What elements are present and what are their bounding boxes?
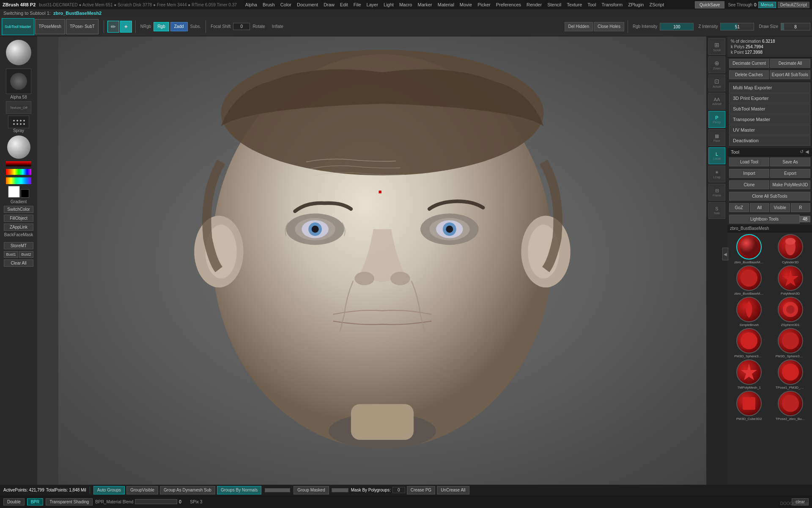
tool-refresh-icon[interactable]: ↺ xyxy=(800,149,804,155)
texture-preview[interactable]: Texture_Off xyxy=(6,101,31,114)
edit-button[interactable]: ✏ xyxy=(107,21,119,33)
zadd-button[interactable]: Zadd xyxy=(170,22,188,31)
del-hidden-button[interactable]: Del Hidden xyxy=(565,22,593,31)
floor-icon[interactable]: ▦ Floor xyxy=(708,129,725,146)
menu-stencil[interactable]: Stencil xyxy=(545,1,564,8)
subtool-item-9[interactable]: TMPolyMesh_1 xyxy=(729,359,769,389)
deactivation-button[interactable]: Deactivation xyxy=(729,135,810,146)
menu-preferences[interactable]: Preferences xyxy=(494,1,524,8)
clone-button[interactable]: Clone xyxy=(729,180,769,189)
scroll-icon[interactable]: ⊞ Scroll xyxy=(708,38,725,55)
load-tool-button[interactable]: Load Tool xyxy=(729,157,769,166)
decimate-current-button[interactable]: Decimate Current xyxy=(729,59,769,68)
transparent-shading-button[interactable]: Transparent Shading xyxy=(46,498,93,505)
subtool-item-12[interactable]: TPose2_zbro_Bust0 xyxy=(771,391,811,421)
subtool-item-7[interactable]: PM3D_Sphere3D_2 xyxy=(729,328,769,358)
frame-icon[interactable]: ⊟ Frame xyxy=(708,184,725,201)
bpr-button[interactable]: BPR xyxy=(27,498,44,505)
menu-transform[interactable]: Transform xyxy=(599,1,625,8)
export-button[interactable]: Export xyxy=(770,169,810,178)
menu-tool[interactable]: Tool xyxy=(585,1,598,8)
menu-macro[interactable]: Macro xyxy=(397,1,415,8)
z-intensity-slider[interactable]: 51 xyxy=(720,23,754,30)
menu-brush[interactable]: Brush xyxy=(260,1,277,8)
groups-slider[interactable] xyxy=(265,488,290,492)
make-polymesh-button[interactable]: Make PolyMesh3D xyxy=(770,180,810,189)
double-button[interactable]: Double xyxy=(3,498,25,505)
subtool-master-plugin-button[interactable]: SubTool Master xyxy=(729,104,810,114)
mask-by-polygroups-input[interactable] xyxy=(392,487,405,493)
subtool-item-4[interactable]: PolyMesh3D xyxy=(771,265,811,295)
draw-size-slider[interactable]: 8 xyxy=(781,23,810,30)
quicksave-button[interactable]: QuickSave xyxy=(695,1,724,8)
tool-collapse-icon[interactable]: ◀ xyxy=(805,149,809,155)
menu-picker[interactable]: Picker xyxy=(475,1,493,8)
menu-material[interactable]: Material xyxy=(435,1,457,8)
aahalf-icon[interactable]: AA AAHalf xyxy=(708,93,725,110)
subtool-item-8[interactable]: PM3D_Sphere3D_3 xyxy=(771,328,811,358)
subtool-item-3[interactable]: zbro_BustBaseMesh xyxy=(729,265,769,295)
color-bar-gradient[interactable] xyxy=(6,169,31,175)
menu-layer[interactable]: Layer xyxy=(364,1,381,8)
goz-button[interactable]: GoZ xyxy=(729,203,749,212)
default-zscript-button[interactable]: DefaultZScript xyxy=(778,2,809,8)
bpr-material-blend-slider[interactable] xyxy=(135,499,177,504)
group-masked-button[interactable]: Group Masked xyxy=(294,486,329,494)
intensity-slider[interactable]: 100 xyxy=(660,23,694,30)
bust2-button[interactable]: Bust2 xyxy=(19,251,33,258)
subtool-item-5[interactable]: SimpleBrush xyxy=(729,297,769,327)
store-mt-button[interactable]: StoreMT xyxy=(4,242,33,249)
subtool-item-10[interactable]: TPose1_PM3D_Sphe xyxy=(771,359,811,389)
subtool-item-6[interactable]: ZSphere301 xyxy=(771,297,811,327)
main-viewport[interactable] xyxy=(58,36,706,485)
solo-icon[interactable]: S Solo xyxy=(708,202,725,219)
menu-file[interactable]: File xyxy=(351,1,364,8)
groups-by-normals-button[interactable]: Groups By Normals xyxy=(217,486,261,494)
lightbox-row[interactable]: Lightbox› Tools 48 xyxy=(727,213,812,225)
print-exporter-button[interactable]: 3D Print Exporter xyxy=(729,93,810,103)
alpha-preview[interactable] xyxy=(6,69,31,94)
group-as-dynamesh-sub-button[interactable]: Group As Dynamesh Sub xyxy=(160,486,215,494)
menu-color[interactable]: Color xyxy=(278,1,294,8)
multi-map-exporter-button[interactable]: Multi Map Exporter xyxy=(729,83,810,93)
subtool-item-2[interactable]: Cylinder3D xyxy=(771,234,811,264)
stroke-preview[interactable] xyxy=(8,116,29,128)
crease-pg-button[interactable]: Crease PG xyxy=(407,486,435,494)
bust1-button[interactable]: Bust1 xyxy=(4,251,18,258)
menu-texture[interactable]: Texture xyxy=(564,1,584,8)
actual-icon[interactable]: ⊡ Actual xyxy=(708,75,725,91)
color-ramp-red[interactable] xyxy=(6,161,31,166)
subtool-item-11[interactable]: PM3D_Cube3D2 xyxy=(729,391,769,421)
background-color[interactable] xyxy=(21,189,29,198)
menu-edit[interactable]: Edit xyxy=(337,1,351,8)
menu-zplugin[interactable]: ZPlugin xyxy=(625,1,646,8)
material-preview-sphere[interactable] xyxy=(6,40,31,65)
transpose-master-button[interactable]: Transpose Master xyxy=(729,114,810,124)
all-button[interactable]: All xyxy=(750,203,770,212)
uv-master-button[interactable]: UV Master xyxy=(729,125,810,135)
menu-render[interactable]: Render xyxy=(524,1,544,8)
clear-all-button[interactable]: Clear All xyxy=(4,260,33,267)
decimate-all-button[interactable]: Decimate All xyxy=(770,59,810,68)
tool-collapse-arrow[interactable]: ◀ xyxy=(722,248,728,260)
auto-groups-button[interactable]: Auto Groups xyxy=(93,486,125,494)
menu-marker[interactable]: Marker xyxy=(415,1,434,8)
persp-icon[interactable]: P Persp xyxy=(708,111,725,128)
menu-movie[interactable]: Movie xyxy=(457,1,475,8)
tpose-mesh-button[interactable]: TPoseMesh xyxy=(35,19,65,34)
color-bar-spectrum[interactable] xyxy=(6,177,31,184)
fill-object-button[interactable]: FillObject xyxy=(4,215,33,222)
subtool-master-button[interactable]: SubTool Master xyxy=(2,18,34,35)
close-holes-button[interactable]: Close Holes xyxy=(594,22,624,31)
r-button[interactable]: R xyxy=(791,203,811,212)
delete-caches-button[interactable]: Delete Caches xyxy=(729,70,769,79)
uncrease-all-button[interactable]: UnCrease All xyxy=(437,486,469,494)
draw-button[interactable]: ✦ xyxy=(120,21,132,33)
export-all-subtools-button[interactable]: Export All SubTools xyxy=(770,70,810,79)
lightbox-button[interactable]: Lightbox› Tools xyxy=(729,215,800,224)
switch-color-button[interactable]: SwitchColor xyxy=(4,206,33,213)
rgb-button[interactable]: Rgb xyxy=(154,22,169,31)
menu-zscript[interactable]: ZScript xyxy=(647,1,667,8)
group-masked-slider[interactable] xyxy=(332,488,348,492)
lightcap-icon[interactable]: ☀ LCap xyxy=(708,166,725,182)
